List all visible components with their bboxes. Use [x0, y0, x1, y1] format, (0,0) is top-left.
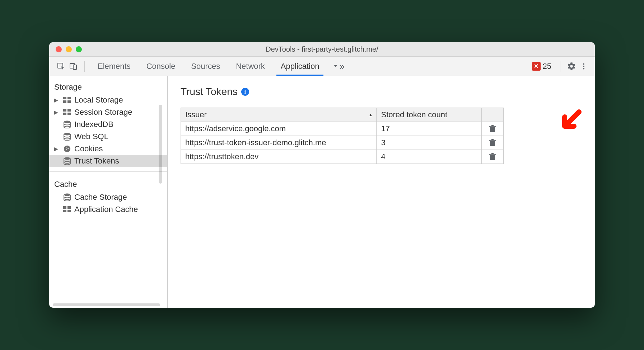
maximize-window-button[interactable]: [76, 46, 82, 52]
column-header-label: Issuer: [185, 110, 207, 119]
titlebar: DevTools - first-party-test.glitch.me/: [49, 42, 595, 57]
tab-console[interactable]: Console: [139, 57, 183, 76]
svg-rect-10: [63, 109, 66, 112]
sidebar-item-websql[interactable]: ▶ Web SQL: [49, 131, 167, 143]
panel-body: Storage ▶ Local Storage ▶ Session Storag…: [49, 76, 595, 308]
table-row[interactable]: https://trust-token-issuer-demo.glitch.m…: [181, 136, 504, 150]
horizontal-scrollbar[interactable]: [53, 303, 160, 306]
svg-rect-9: [67, 100, 71, 103]
window-title: DevTools - first-party-test.glitch.me/: [49, 45, 595, 53]
column-header-label: Stored token count: [381, 110, 447, 119]
svg-rect-6: [63, 97, 66, 99]
column-header-actions: [482, 108, 504, 122]
tab-network[interactable]: Network: [228, 57, 273, 76]
svg-point-5: [583, 68, 584, 69]
table-icon: [63, 109, 71, 115]
svg-rect-24: [63, 210, 66, 212]
tab-sources[interactable]: Sources: [183, 57, 228, 76]
svg-point-4: [583, 65, 584, 67]
svg-point-19: [66, 149, 67, 150]
sidebar-divider: [49, 220, 167, 220]
cell-count: 4: [377, 150, 482, 164]
error-count: 25: [543, 62, 551, 71]
svg-rect-28: [491, 125, 494, 126]
devtools-window: DevTools - first-party-test.glitch.me/ E…: [49, 42, 595, 308]
expand-arrow-icon[interactable]: ▶: [54, 146, 60, 152]
cookie-icon: [63, 145, 71, 153]
delete-token-button[interactable]: [486, 153, 499, 160]
database-icon: [63, 120, 71, 128]
sort-ascending-icon: ▲: [369, 112, 373, 117]
database-icon: [63, 133, 71, 141]
window-controls: [49, 46, 82, 52]
column-header-issuer[interactable]: Issuer ▲: [181, 108, 377, 122]
table-icon: [63, 97, 71, 103]
sidebar-item-local-storage[interactable]: ▶ Local Storage: [49, 94, 167, 106]
svg-point-16: [64, 146, 70, 152]
sidebar-item-label: Web SQL: [74, 132, 108, 141]
svg-rect-33: [489, 154, 496, 155]
expand-arrow-icon[interactable]: ▶: [54, 97, 60, 103]
sidebar-item-cache-storage[interactable]: ▶ Cache Storage: [49, 191, 167, 203]
table-row[interactable]: https://adservice.google.com 17: [181, 122, 504, 136]
svg-rect-29: [490, 141, 495, 146]
panel-tabs: Elements Console Sources Network Applica…: [90, 57, 350, 76]
error-count-badge[interactable]: ✕ 25: [528, 62, 555, 71]
close-window-button[interactable]: [56, 46, 62, 52]
svg-rect-22: [63, 206, 66, 209]
column-header-count[interactable]: Stored token count: [377, 108, 482, 122]
tab-elements[interactable]: Elements: [90, 57, 139, 76]
sidebar-item-label: Local Storage: [74, 95, 123, 105]
annotation-arrow-icon: [557, 108, 583, 133]
delete-token-button[interactable]: [486, 139, 499, 146]
tab-application[interactable]: Application: [273, 57, 327, 76]
cell-count: 17: [377, 122, 482, 136]
sidebar-item-label: Cache Storage: [74, 193, 127, 202]
sidebar-item-cookies[interactable]: ▶ Cookies: [49, 143, 167, 155]
svg-rect-13: [67, 113, 71, 115]
table-icon: [63, 206, 71, 213]
inspect-element-icon[interactable]: [55, 60, 67, 72]
svg-point-17: [66, 147, 67, 148]
sidebar-item-trust-tokens[interactable]: ▶ Trust Tokens: [49, 155, 167, 167]
sidebar-divider: [49, 171, 167, 172]
svg-rect-30: [489, 140, 496, 141]
svg-point-21: [64, 194, 70, 196]
svg-rect-12: [63, 113, 66, 115]
table-row[interactable]: https://trusttoken.dev 4: [181, 150, 504, 164]
devtools-toolbar: Elements Console Sources Network Applica…: [49, 57, 595, 76]
kebab-menu-icon[interactable]: [578, 60, 590, 72]
svg-point-14: [64, 121, 70, 123]
sidebar-item-session-storage[interactable]: ▶ Session Storage: [49, 106, 167, 118]
minimize-window-button[interactable]: [66, 46, 72, 52]
svg-rect-31: [491, 139, 494, 140]
sidebar-item-label: Application Cache: [74, 205, 138, 214]
sidebar-item-label: Session Storage: [74, 108, 132, 117]
svg-point-3: [583, 63, 584, 65]
sidebar-item-label: IndexedDB: [74, 120, 113, 129]
sidebar-section-cache: Cache: [49, 176, 167, 191]
application-sidebar: Storage ▶ Local Storage ▶ Session Storag…: [49, 76, 168, 308]
svg-rect-7: [67, 97, 71, 99]
sidebar-item-indexeddb[interactable]: ▶ IndexedDB: [49, 118, 167, 131]
delete-token-button[interactable]: [486, 125, 499, 132]
more-tabs-button[interactable]: »: [327, 57, 349, 76]
svg-rect-23: [67, 206, 71, 209]
trust-tokens-table: Issuer ▲ Stored token count https://adse…: [181, 108, 504, 164]
svg-rect-27: [489, 126, 496, 127]
panel-title-text: Trust Tokens: [181, 86, 238, 98]
sidebar-item-application-cache[interactable]: ▶ Application Cache: [49, 203, 167, 216]
database-icon: [63, 193, 71, 201]
svg-rect-2: [73, 65, 76, 70]
svg-rect-8: [63, 100, 66, 103]
toolbar-divider: [560, 61, 560, 72]
svg-rect-26: [490, 127, 495, 132]
device-toolbar-icon[interactable]: [67, 60, 79, 72]
settings-icon[interactable]: [565, 60, 578, 72]
sidebar-item-label: Cookies: [74, 144, 103, 153]
cell-issuer: https://trust-token-issuer-demo.glitch.m…: [181, 136, 377, 150]
panel-title: Trust Tokens i: [181, 86, 582, 98]
expand-arrow-icon[interactable]: ▶: [54, 109, 60, 115]
info-icon[interactable]: i: [241, 88, 249, 96]
vertical-scrollbar[interactable]: [159, 105, 162, 184]
